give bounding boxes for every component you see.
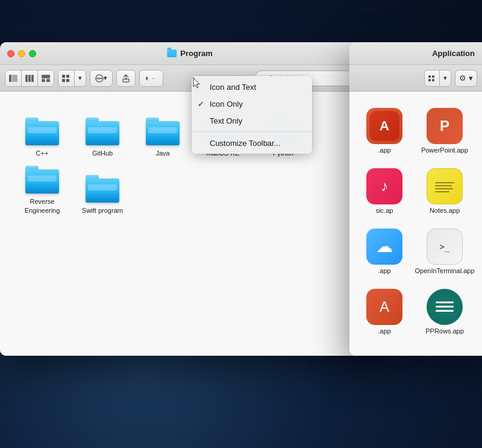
- menu-item-text-only[interactable]: Text Only: [192, 112, 312, 129]
- folder-label-java: Java: [155, 149, 169, 157]
- apps-icon-view-dropdown[interactable]: ▾: [440, 71, 451, 86]
- svg-point-13: [99, 77, 101, 79]
- apps-toolbar: ▾ ⚙ ▾: [349, 65, 482, 92]
- app-label-notes: Notes.app: [430, 207, 460, 215]
- folder-icon-large: [146, 118, 180, 145]
- app-icon-pprows: [427, 289, 463, 325]
- minimize-button[interactable]: [18, 50, 25, 57]
- svg-rect-4: [31, 75, 34, 82]
- svg-rect-1: [12, 75, 17, 82]
- svg-point-15: [101, 77, 102, 79]
- folder-item-github[interactable]: GitHub: [72, 104, 133, 161]
- action-btn[interactable]: ▾: [90, 70, 113, 87]
- app-label-pprows: PPRows.app: [425, 327, 464, 335]
- svg-rect-5: [42, 75, 50, 78]
- app-icon-partial1: A: [366, 108, 402, 144]
- svg-rect-10: [62, 79, 65, 82]
- desktop: Program ▾: [0, 0, 482, 448]
- icon-view-dropdown[interactable]: ▾: [75, 71, 86, 86]
- app-label-cloud: .app: [378, 267, 390, 275]
- apps-title-text: Application: [432, 49, 475, 58]
- menu-item-icon-only[interactable]: Icon Only: [192, 95, 312, 112]
- svg-rect-20: [432, 79, 434, 81]
- app-item-music[interactable]: ♪ sic.ap: [354, 158, 415, 218]
- icon-view-btn[interactable]: [58, 71, 75, 86]
- app-label-music: sic.ap: [376, 207, 393, 215]
- apps-action-btn[interactable]: ⚙ ▾: [455, 70, 477, 87]
- svg-rect-3: [28, 75, 31, 82]
- app-label-powerpoint: PowerPoint.app: [421, 147, 468, 154]
- finder-toolbar: ▾ ▾ ⌕ Search: [0, 65, 380, 92]
- menu-item-customize[interactable]: Customize Toolbar...: [192, 134, 312, 151]
- svg-rect-16: [123, 79, 129, 82]
- folder-icon-large: [25, 118, 59, 145]
- finder-content: C++ GitHub Java: [0, 92, 380, 356]
- menu-item-icon-and-text-label: Icon and Text: [210, 83, 256, 92]
- svg-rect-19: [428, 79, 431, 81]
- apps-view-toggle: ▾: [424, 70, 451, 87]
- svg-rect-9: [66, 75, 69, 78]
- folder-item-reverse[interactable]: ReverseEngineering: [12, 161, 72, 218]
- menu-divider: [192, 131, 312, 132]
- window-title: Program: [167, 49, 212, 58]
- svg-point-14: [97, 77, 99, 79]
- close-button[interactable]: [7, 50, 14, 57]
- menu-item-text-only-label: Text Only: [210, 116, 242, 125]
- folder-label-cpp: C++: [36, 149, 49, 157]
- app-label-partial1: .app: [378, 147, 390, 154]
- svg-rect-17: [428, 75, 431, 78]
- app-item-partial4[interactable]: A .app: [354, 279, 415, 339]
- app-label-terminal: OpenInTerminal.app: [415, 267, 474, 275]
- apps-content: A .app P PowerPoint.app ♪ sic.ap: [349, 92, 482, 356]
- app-icon-powerpoint: P: [427, 108, 463, 144]
- folder-label-reverse: ReverseEngineering: [25, 197, 60, 215]
- svg-rect-2: [25, 75, 28, 82]
- app-icon-notes: [427, 168, 463, 204]
- column-view-btn[interactable]: [22, 71, 38, 86]
- maximize-button[interactable]: [29, 50, 36, 57]
- menu-item-customize-label: Customize Toolbar...: [210, 139, 281, 148]
- cover-flow-btn[interactable]: [38, 71, 54, 86]
- app-item-pprows[interactable]: PPRows.app: [415, 279, 475, 339]
- context-menu: Icon and Text Icon Only Text Only Custom…: [192, 76, 312, 154]
- app-item-notes[interactable]: Notes.app: [415, 158, 475, 218]
- finder-window-apps: Application ▾ ⚙ ▾ A .app P: [349, 42, 482, 356]
- svg-rect-11: [66, 79, 69, 82]
- view-toggle-icons: ▾: [58, 70, 86, 87]
- folder-icon: [167, 49, 177, 57]
- app-icon-music: ♪: [366, 168, 402, 204]
- share-btn[interactable]: [116, 70, 136, 87]
- app-item-powerpoint[interactable]: P PowerPoint.app: [415, 98, 475, 158]
- folder-item-java[interactable]: Java: [133, 104, 193, 161]
- svg-rect-7: [46, 79, 50, 82]
- traffic-lights: [7, 50, 36, 57]
- app-icon-partial4: A: [366, 289, 402, 325]
- folder-item-cpp[interactable]: C++: [12, 104, 72, 161]
- folder-icon-large: [25, 166, 59, 194]
- app-icon-terminal: >_: [427, 229, 463, 265]
- svg-rect-8: [62, 75, 65, 78]
- apps-icon-view[interactable]: [425, 71, 440, 86]
- apps-titlebar: Application: [349, 42, 482, 65]
- folder-icon-large: [86, 175, 119, 203]
- back-btn[interactable]: [139, 70, 163, 87]
- app-item-terminal[interactable]: >_ OpenInTerminal.app: [415, 218, 475, 279]
- svg-rect-6: [42, 79, 45, 82]
- folder-icon-large: [86, 118, 119, 145]
- app-item-partial1[interactable]: A .app: [354, 98, 415, 158]
- menu-item-icon-only-label: Icon Only: [210, 99, 243, 109]
- svg-rect-18: [432, 75, 434, 78]
- app-item-cloud[interactable]: ☁ .app: [354, 218, 415, 279]
- folder-label-github: GitHub: [92, 149, 113, 157]
- folder-item-swift[interactable]: Swift program: [72, 161, 133, 218]
- menu-item-icon-and-text[interactable]: Icon and Text: [192, 78, 312, 95]
- app-label-partial4: .app: [378, 327, 390, 335]
- finder-window-program: Program ▾: [0, 42, 380, 356]
- view-toggle-left: [5, 70, 54, 87]
- window-title-text: Program: [180, 49, 212, 58]
- sidebar-toggle-btn[interactable]: [5, 71, 22, 86]
- folder-label-swift: Swift program: [82, 206, 123, 215]
- app-icon-cloud: ☁: [366, 229, 402, 265]
- svg-rect-0: [9, 75, 11, 82]
- titlebar: Program: [0, 42, 380, 65]
